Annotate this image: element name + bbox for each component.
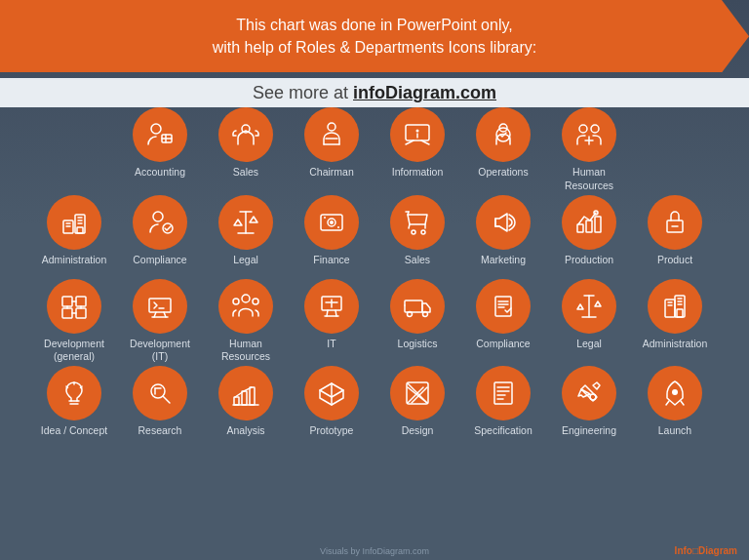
engineering-icon <box>573 378 605 409</box>
watermark: Visuals by InfoDiagram.com <box>320 546 429 556</box>
hr-label: HumanResources <box>565 166 613 192</box>
hr2-icon <box>230 291 261 322</box>
svg-point-16 <box>591 125 599 133</box>
chairman-icon-circle <box>304 107 359 162</box>
icon-grid: Accounting Sales <box>0 107 749 448</box>
svg-rect-102 <box>494 382 512 404</box>
list-item: Specification <box>463 366 543 448</box>
legal-label: Legal <box>233 254 258 277</box>
svg-rect-49 <box>62 297 72 306</box>
icon-row-1: Accounting Sales <box>8 107 741 192</box>
list-item: Design <box>377 366 457 448</box>
svg-line-41 <box>409 224 410 228</box>
list-item: Idea / Concept <box>34 366 114 448</box>
list-item: Finance <box>292 195 372 277</box>
administration-label: Administration <box>42 254 107 277</box>
list-item: Engineering <box>549 366 629 448</box>
svg-line-66 <box>335 310 336 316</box>
design-label: Design <box>402 424 434 448</box>
specification-icon <box>488 378 519 409</box>
operations-label: Operations <box>478 166 528 189</box>
svg-point-108 <box>672 389 678 395</box>
svg-line-87 <box>81 386 83 388</box>
logo-info: Info□Diagram <box>675 545 737 556</box>
subtitle-link[interactable]: infoDiagram.com <box>353 83 496 102</box>
list-item: HumanResources <box>206 279 286 364</box>
information-icon <box>402 119 433 150</box>
product-label: Product <box>657 254 692 277</box>
production-label: Production <box>565 254 613 277</box>
compliance-icon-circle <box>133 195 187 250</box>
list-item: Legal <box>206 195 286 277</box>
banner: This chart was done in PowerPoint only, … <box>0 0 749 72</box>
prototype-label: Prototype <box>310 424 354 448</box>
list-item: Sales <box>377 195 457 277</box>
list-item: Analysis <box>206 366 286 448</box>
engineering-label: Engineering <box>562 424 616 448</box>
legal-icon-circle <box>218 195 273 250</box>
logo: Info□Diagram <box>675 545 737 556</box>
list-item: Sales <box>206 107 286 192</box>
finance-icon <box>316 207 347 238</box>
svg-rect-85 <box>677 309 683 317</box>
list-item: HumanResources <box>549 107 629 192</box>
svg-line-109 <box>666 401 669 405</box>
icon-row-2: Administration Compliance <box>8 195 741 277</box>
svg-point-107 <box>590 394 596 400</box>
list-item: Launch <box>635 366 715 448</box>
dev-it-icon-circle <box>133 279 187 334</box>
idea-label: Idea / Concept <box>41 424 107 448</box>
hr2-label: HumanResources <box>221 338 270 364</box>
svg-point-71 <box>408 311 413 316</box>
research-label: Research <box>138 424 182 448</box>
list-item: Chairman <box>292 107 372 192</box>
idea-icon <box>59 378 90 409</box>
list-item: Accounting <box>120 107 200 192</box>
icon-row-4: Idea / Concept Research <box>8 366 741 448</box>
svg-rect-70 <box>405 300 422 312</box>
marketing-label: Marketing <box>481 254 526 277</box>
design-icon <box>402 378 433 409</box>
svg-line-90 <box>163 396 170 403</box>
hr-icon-circle <box>562 107 616 162</box>
svg-point-27 <box>153 212 163 221</box>
list-item: Compliance <box>463 279 543 364</box>
administration-icon <box>59 207 90 238</box>
finance-icon-circle <box>304 195 359 250</box>
svg-point-15 <box>579 125 587 133</box>
list-item: IT <box>292 279 372 364</box>
it-icon-circle <box>304 279 359 334</box>
accounting-icon-circle <box>133 107 187 162</box>
sales-icon <box>230 119 261 150</box>
chairman-label: Chairman <box>309 166 354 189</box>
sales-label: Sales <box>233 166 258 189</box>
svg-line-110 <box>681 401 684 405</box>
idea-icon-circle <box>47 366 101 420</box>
specification-icon-circle <box>476 366 531 420</box>
list-item: Development(general) <box>34 279 114 364</box>
list-item: Prototype <box>292 366 372 448</box>
watermark-text: Visuals by InfoDiagram.com <box>320 546 429 556</box>
list-item: Marketing <box>463 195 543 277</box>
launch-label: Launch <box>658 424 691 448</box>
svg-point-0 <box>151 124 161 134</box>
specification-label: Specification <box>474 424 532 448</box>
hr2-icon-circle <box>218 279 273 334</box>
launch-icon-circle <box>648 366 702 420</box>
operations-icon-circle <box>476 107 531 162</box>
dev-it-label: Development(IT) <box>130 338 190 364</box>
legal2-icon-circle <box>562 279 616 334</box>
legal2-icon <box>573 291 605 322</box>
research-icon-circle <box>133 366 187 420</box>
analysis-label: Analysis <box>226 424 264 448</box>
compliance-label: Compliance <box>133 254 186 277</box>
list-item: Administration <box>635 279 715 364</box>
svg-point-72 <box>423 311 428 316</box>
logistics-icon-circle <box>390 279 445 334</box>
marketing-icon-circle <box>476 195 531 250</box>
hr-icon <box>573 119 605 150</box>
svg-line-88 <box>66 386 68 388</box>
list-item: Legal <box>549 279 629 364</box>
engineering-icon-circle <box>562 366 616 420</box>
list-item: Development(IT) <box>120 279 200 364</box>
